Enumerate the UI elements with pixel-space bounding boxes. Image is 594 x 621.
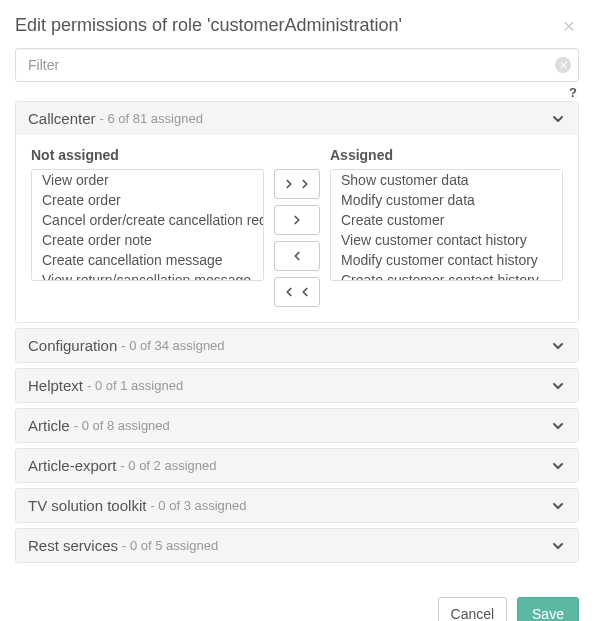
section-title: Rest services	[28, 537, 118, 554]
chevron-down-icon	[550, 378, 566, 394]
list-item[interactable]: Create order note	[32, 230, 263, 250]
section-info: - 0 of 8 assigned	[74, 418, 170, 433]
transfer-controls	[274, 147, 320, 307]
section-info: - 0 of 2 assigned	[120, 458, 216, 473]
section-header-article[interactable]: Article - 0 of 8 assigned	[16, 409, 578, 442]
unassign-button[interactable]	[274, 241, 320, 271]
assigned-column: AssignedShow customer dataModify custome…	[330, 147, 563, 281]
section-rest-services: Rest services - 0 of 5 assigned	[15, 528, 579, 563]
assigned-list[interactable]: Show customer dataModify customer dataCr…	[330, 169, 563, 281]
section-configuration: Configuration - 0 of 34 assigned	[15, 328, 579, 363]
section-title: Configuration	[28, 337, 117, 354]
section-article-export: Article-export - 0 of 2 assigned	[15, 448, 579, 483]
section-title: Helptext	[28, 377, 83, 394]
section-title: TV solution toolkit	[28, 497, 146, 514]
section-callcenter: Callcenter - 6 of 81 assignedNot assigne…	[15, 101, 579, 323]
section-info: - 0 of 3 assigned	[150, 498, 246, 513]
unassign-all-button[interactable]	[274, 277, 320, 307]
section-info: - 0 of 5 assigned	[122, 538, 218, 553]
list-item[interactable]: Create customer	[331, 210, 562, 230]
list-item[interactable]: Modify customer contact history	[331, 250, 562, 270]
save-button[interactable]: Save	[517, 597, 579, 621]
section-title: Article-export	[28, 457, 116, 474]
assign-all-button[interactable]	[274, 169, 320, 199]
dialog-body: ✕ ? Callcenter - 6 of 81 assignedNot ass…	[0, 48, 594, 583]
help-icon[interactable]: ?	[569, 85, 577, 100]
chevron-down-icon	[550, 458, 566, 474]
chevron-down-icon	[550, 338, 566, 354]
section-header-helptext[interactable]: Helptext - 0 of 1 assigned	[16, 369, 578, 402]
section-title: Callcenter	[28, 110, 96, 127]
filter-row: ✕	[15, 48, 579, 82]
not-assigned-column: Not assignedView orderCreate orderCancel…	[31, 147, 264, 281]
section-header-configuration[interactable]: Configuration - 0 of 34 assigned	[16, 329, 578, 362]
section-tv-toolkit: TV solution toolkit - 0 of 3 assigned	[15, 488, 579, 523]
section-helptext: Helptext - 0 of 1 assigned	[15, 368, 579, 403]
cancel-button[interactable]: Cancel	[438, 597, 508, 621]
section-header-rest-services[interactable]: Rest services - 0 of 5 assigned	[16, 529, 578, 562]
double-chevron-left-icon	[282, 285, 312, 299]
close-button[interactable]: ×	[559, 15, 579, 36]
section-header-article-export[interactable]: Article-export - 0 of 2 assigned	[16, 449, 578, 482]
chevron-down-icon	[550, 538, 566, 554]
list-item[interactable]: Modify customer data	[331, 190, 562, 210]
edit-permissions-dialog: Edit permissions of role 'customerAdmini…	[0, 0, 594, 621]
permission-sections: Callcenter - 6 of 81 assignedNot assigne…	[15, 101, 579, 563]
list-item[interactable]: Show customer data	[331, 170, 562, 190]
chevron-down-icon	[550, 418, 566, 434]
section-info: - 0 of 34 assigned	[121, 338, 224, 353]
chevron-down-icon	[550, 498, 566, 514]
list-item[interactable]: Create cancellation message	[32, 250, 263, 270]
list-item[interactable]: View order	[32, 170, 263, 190]
not-assigned-list[interactable]: View orderCreate orderCancel order/creat…	[31, 169, 264, 281]
list-item[interactable]: Cancel order/create cancellation request	[32, 210, 263, 230]
chevron-down-icon	[550, 111, 566, 127]
chevron-left-icon	[290, 249, 304, 263]
dialog-header: Edit permissions of role 'customerAdmini…	[0, 0, 594, 48]
list-item[interactable]: View customer contact history	[331, 230, 562, 250]
chevron-right-icon	[290, 213, 304, 227]
list-item[interactable]: View return/cancellation message	[32, 270, 263, 281]
filter-input[interactable]	[15, 48, 579, 82]
not-assigned-label: Not assigned	[31, 147, 264, 163]
help-row: ?	[15, 86, 577, 99]
clear-filter-button[interactable]: ✕	[555, 57, 571, 73]
dialog-footer: Cancel Save	[0, 583, 594, 621]
section-title: Article	[28, 417, 70, 434]
section-body-callcenter: Not assignedView orderCreate orderCancel…	[16, 135, 578, 322]
assigned-label: Assigned	[330, 147, 563, 163]
dialog-title: Edit permissions of role 'customerAdmini…	[15, 15, 559, 36]
section-info: - 0 of 1 assigned	[87, 378, 183, 393]
close-icon: ✕	[559, 59, 568, 71]
section-header-callcenter[interactable]: Callcenter - 6 of 81 assigned	[16, 102, 578, 135]
dual-list: Not assignedView orderCreate orderCancel…	[31, 147, 563, 307]
list-item[interactable]: Create customer contact history	[331, 270, 562, 281]
list-item[interactable]: Create order	[32, 190, 263, 210]
double-chevron-right-icon	[282, 177, 312, 191]
section-header-tv-toolkit[interactable]: TV solution toolkit - 0 of 3 assigned	[16, 489, 578, 522]
assign-button[interactable]	[274, 205, 320, 235]
section-info: - 6 of 81 assigned	[100, 111, 203, 126]
section-article: Article - 0 of 8 assigned	[15, 408, 579, 443]
